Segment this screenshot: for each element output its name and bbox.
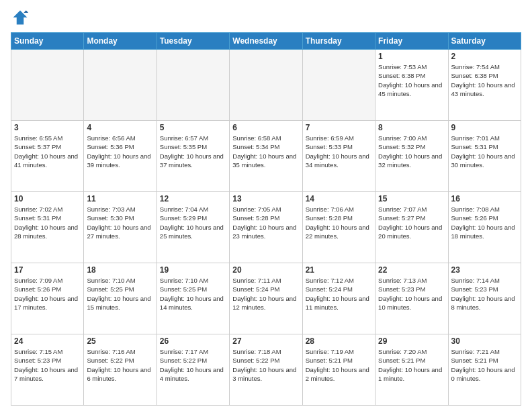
calendar-cell: 11Sunrise: 7:03 AMSunset: 5:30 PMDayligh… xyxy=(84,192,157,263)
day-number: 3 xyxy=(14,123,81,132)
day-number: 13 xyxy=(232,194,299,203)
day-number: 11 xyxy=(87,194,153,203)
weekday-header-friday: Friday xyxy=(375,33,448,50)
weekday-header-saturday: Saturday xyxy=(448,33,521,50)
calendar-cell xyxy=(302,50,375,121)
calendar-week-4: 24Sunrise: 7:15 AMSunset: 5:23 PMDayligh… xyxy=(11,334,521,406)
calendar-cell: 25Sunrise: 7:16 AMSunset: 5:22 PMDayligh… xyxy=(84,334,157,406)
calendar-cell: 26Sunrise: 7:17 AMSunset: 5:22 PMDayligh… xyxy=(157,334,229,406)
day-info: Sunrise: 7:12 AMSunset: 5:24 PMDaylight:… xyxy=(306,276,372,312)
day-info: Sunrise: 7:21 AMSunset: 5:21 PMDaylight:… xyxy=(451,347,518,383)
day-info: Sunrise: 7:09 AMSunset: 5:26 PMDaylight:… xyxy=(14,276,81,312)
day-info: Sunrise: 7:03 AMSunset: 5:30 PMDaylight:… xyxy=(87,205,153,240)
day-number: 17 xyxy=(14,265,81,275)
day-number: 30 xyxy=(451,336,518,346)
day-number: 5 xyxy=(160,123,226,132)
logo xyxy=(11,8,32,27)
calendar-cell: 21Sunrise: 7:12 AMSunset: 5:24 PMDayligh… xyxy=(302,263,375,334)
weekday-header-sunday: Sunday xyxy=(11,33,84,50)
day-info: Sunrise: 7:19 AMSunset: 5:21 PMDaylight:… xyxy=(306,347,372,383)
calendar-cell xyxy=(84,50,157,121)
day-info: Sunrise: 7:04 AMSunset: 5:29 PMDaylight:… xyxy=(160,205,226,240)
day-info: Sunrise: 7:20 AMSunset: 5:21 PMDaylight:… xyxy=(378,347,445,383)
day-info: Sunrise: 6:58 AMSunset: 5:34 PMDaylight:… xyxy=(232,134,299,169)
calendar-week-3: 17Sunrise: 7:09 AMSunset: 5:26 PMDayligh… xyxy=(11,263,521,334)
day-number: 2 xyxy=(451,52,518,61)
day-info: Sunrise: 7:05 AMSunset: 5:28 PMDaylight:… xyxy=(232,205,299,240)
calendar-cell: 5Sunrise: 6:57 AMSunset: 5:35 PMDaylight… xyxy=(157,121,229,192)
calendar-cell xyxy=(11,50,84,121)
day-info: Sunrise: 7:11 AMSunset: 5:24 PMDaylight:… xyxy=(232,276,299,312)
day-number: 28 xyxy=(306,336,372,346)
calendar-week-1: 3Sunrise: 6:55 AMSunset: 5:37 PMDaylight… xyxy=(11,121,521,192)
day-number: 25 xyxy=(87,336,153,346)
weekday-header-monday: Monday xyxy=(84,33,157,50)
day-info: Sunrise: 7:10 AMSunset: 5:25 PMDaylight:… xyxy=(87,276,153,312)
weekday-header-thursday: Thursday xyxy=(302,33,375,50)
calendar-cell: 18Sunrise: 7:10 AMSunset: 5:25 PMDayligh… xyxy=(84,263,157,334)
calendar-cell: 23Sunrise: 7:14 AMSunset: 5:23 PMDayligh… xyxy=(448,263,521,334)
calendar-cell: 17Sunrise: 7:09 AMSunset: 5:26 PMDayligh… xyxy=(11,263,84,334)
day-info: Sunrise: 6:59 AMSunset: 5:33 PMDaylight:… xyxy=(306,134,372,169)
weekday-header-wednesday: Wednesday xyxy=(230,33,302,50)
calendar-cell: 8Sunrise: 7:00 AMSunset: 5:32 PMDaylight… xyxy=(375,121,448,192)
day-info: Sunrise: 7:54 AMSunset: 6:38 PMDaylight:… xyxy=(451,62,518,98)
calendar-cell: 12Sunrise: 7:04 AMSunset: 5:29 PMDayligh… xyxy=(157,192,229,263)
day-info: Sunrise: 7:08 AMSunset: 5:26 PMDaylight:… xyxy=(451,205,518,240)
day-number: 14 xyxy=(306,194,372,203)
calendar-header-row: SundayMondayTuesdayWednesdayThursdayFrid… xyxy=(11,33,521,50)
calendar-cell: 1Sunrise: 7:53 AMSunset: 6:38 PMDaylight… xyxy=(375,50,448,121)
day-number: 7 xyxy=(306,123,372,132)
day-info: Sunrise: 7:07 AMSunset: 5:27 PMDaylight:… xyxy=(378,205,445,240)
day-number: 15 xyxy=(378,194,445,203)
calendar-week-0: 1Sunrise: 7:53 AMSunset: 6:38 PMDaylight… xyxy=(11,50,521,121)
calendar-cell: 29Sunrise: 7:20 AMSunset: 5:21 PMDayligh… xyxy=(375,334,448,406)
day-info: Sunrise: 7:01 AMSunset: 5:31 PMDaylight:… xyxy=(451,134,518,169)
day-info: Sunrise: 7:18 AMSunset: 5:22 PMDaylight:… xyxy=(232,347,299,383)
day-number: 23 xyxy=(451,265,518,275)
day-number: 20 xyxy=(232,265,299,275)
day-info: Sunrise: 7:10 AMSunset: 5:25 PMDaylight:… xyxy=(160,276,226,312)
day-info: Sunrise: 7:14 AMSunset: 5:23 PMDaylight:… xyxy=(451,276,518,312)
calendar-cell: 3Sunrise: 6:55 AMSunset: 5:37 PMDaylight… xyxy=(11,121,84,192)
calendar-cell: 15Sunrise: 7:07 AMSunset: 5:27 PMDayligh… xyxy=(375,192,448,263)
day-info: Sunrise: 6:57 AMSunset: 5:35 PMDaylight:… xyxy=(160,134,226,169)
page: SundayMondayTuesdayWednesdayThursdayFrid… xyxy=(0,0,532,411)
calendar-cell: 10Sunrise: 7:02 AMSunset: 5:31 PMDayligh… xyxy=(11,192,84,263)
day-number: 22 xyxy=(378,265,445,275)
day-number: 12 xyxy=(160,194,226,203)
calendar-cell: 14Sunrise: 7:06 AMSunset: 5:28 PMDayligh… xyxy=(302,192,375,263)
calendar-cell: 9Sunrise: 7:01 AMSunset: 5:31 PMDaylight… xyxy=(448,121,521,192)
day-number: 4 xyxy=(87,123,153,132)
calendar-cell: 19Sunrise: 7:10 AMSunset: 5:25 PMDayligh… xyxy=(157,263,229,334)
calendar-cell: 24Sunrise: 7:15 AMSunset: 5:23 PMDayligh… xyxy=(11,334,84,406)
day-number: 9 xyxy=(451,123,518,132)
calendar-cell: 27Sunrise: 7:18 AMSunset: 5:22 PMDayligh… xyxy=(230,334,302,406)
day-number: 26 xyxy=(160,336,226,346)
calendar-cell: 16Sunrise: 7:08 AMSunset: 5:26 PMDayligh… xyxy=(448,192,521,263)
day-number: 24 xyxy=(14,336,81,346)
day-info: Sunrise: 7:16 AMSunset: 5:22 PMDaylight:… xyxy=(87,347,153,383)
weekday-header-tuesday: Tuesday xyxy=(157,33,229,50)
day-info: Sunrise: 7:06 AMSunset: 5:28 PMDaylight:… xyxy=(306,205,372,240)
calendar-cell: 6Sunrise: 6:58 AMSunset: 5:34 PMDaylight… xyxy=(230,121,302,192)
calendar-cell: 20Sunrise: 7:11 AMSunset: 5:24 PMDayligh… xyxy=(230,263,302,334)
day-number: 21 xyxy=(306,265,372,275)
calendar-cell: 28Sunrise: 7:19 AMSunset: 5:21 PMDayligh… xyxy=(302,334,375,406)
header xyxy=(11,8,521,27)
day-number: 10 xyxy=(14,194,81,203)
calendar-cell xyxy=(230,50,302,121)
day-info: Sunrise: 7:02 AMSunset: 5:31 PMDaylight:… xyxy=(14,205,81,240)
day-number: 1 xyxy=(378,52,445,61)
day-info: Sunrise: 7:17 AMSunset: 5:22 PMDaylight:… xyxy=(160,347,226,383)
day-number: 29 xyxy=(378,336,445,346)
day-info: Sunrise: 7:15 AMSunset: 5:23 PMDaylight:… xyxy=(14,347,81,383)
day-info: Sunrise: 7:13 AMSunset: 5:23 PMDaylight:… xyxy=(378,276,445,312)
calendar-cell: 2Sunrise: 7:54 AMSunset: 6:38 PMDaylight… xyxy=(448,50,521,121)
calendar-table: SundayMondayTuesdayWednesdayThursdayFrid… xyxy=(11,32,521,406)
day-number: 16 xyxy=(451,194,518,203)
day-number: 18 xyxy=(87,265,153,275)
day-number: 8 xyxy=(378,123,445,132)
logo-icon xyxy=(11,8,30,27)
calendar-cell: 4Sunrise: 6:56 AMSunset: 5:36 PMDaylight… xyxy=(84,121,157,192)
